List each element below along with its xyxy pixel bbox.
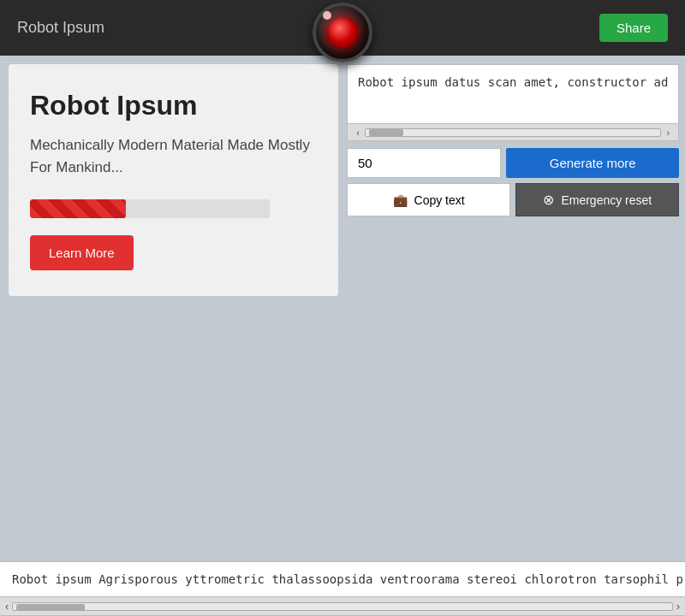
bottom-scroll-left[interactable]: ‹: [5, 600, 9, 613]
right-panel: Robot ipsum datus scan amet, constructor…: [347, 56, 685, 616]
panel-subtitle: Mechanically Modern Material Made Mostly…: [30, 134, 317, 178]
app-title: Robot Ipsum: [17, 19, 104, 37]
bottom-scrollbar-row: ‹ ›: [0, 597, 685, 616]
bottom-scrollbar-thumb[interactable]: [16, 604, 85, 611]
bottom-scroll-right[interactable]: ›: [676, 600, 680, 613]
scroll-right-arrow[interactable]: ›: [661, 126, 675, 139]
bottom-text-output: Robot ipsum Agrisporous yttrometric thal…: [0, 561, 685, 597]
progress-bar-fill: [30, 199, 126, 218]
bottom-scroll-track[interactable]: [12, 602, 672, 611]
left-panel: Robot Ipsum Mechanically Modern Material…: [9, 64, 338, 296]
scrollbar-track[interactable]: [365, 128, 661, 137]
learn-more-button[interactable]: Learn More: [30, 235, 134, 270]
robot-eye: [313, 0, 372, 68]
top-scrollbar-row: ‹ ›: [347, 124, 679, 141]
text-output-display: Robot ipsum datus scan amet, constructor…: [347, 64, 679, 124]
reset-icon: [543, 192, 554, 208]
main-content: Robot Ipsum Mechanically Modern Material…: [0, 56, 685, 616]
controls-row: Generate more: [347, 148, 679, 178]
app-header: Robot Ipsum Share: [0, 0, 685, 56]
briefcase-icon: [393, 193, 408, 207]
emergency-reset-button[interactable]: Emergency reset: [515, 183, 679, 216]
panel-app-title: Robot Ipsum: [30, 90, 317, 121]
action-row: Copy text Emergency reset: [347, 183, 679, 216]
scrollbar-thumb[interactable]: [369, 129, 403, 136]
generate-button[interactable]: Generate more: [506, 148, 679, 178]
progress-bar-container: [30, 199, 270, 218]
copy-text-label: Copy text: [414, 193, 465, 207]
eye-red-lens: [327, 17, 358, 48]
copy-text-button[interactable]: Copy text: [347, 183, 510, 216]
emergency-reset-label: Emergency reset: [561, 193, 652, 207]
word-count-input[interactable]: [347, 148, 501, 178]
eye-outer-ring: [313, 3, 372, 62]
bottom-area: Robot ipsum Agrisporous yttrometric thal…: [0, 561, 685, 616]
share-button[interactable]: Share: [599, 14, 668, 42]
eye-highlight: [323, 11, 331, 20]
scroll-left-arrow[interactable]: ‹: [351, 126, 365, 139]
